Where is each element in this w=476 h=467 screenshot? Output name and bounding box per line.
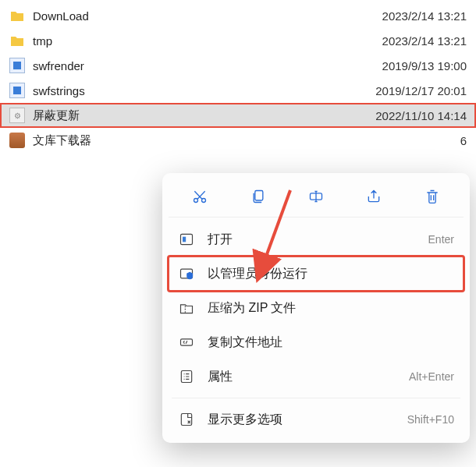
- properties-icon: [178, 368, 195, 385]
- menu-item-copy-path[interactable]: 复制文件地址: [169, 325, 464, 359]
- exe-icon: [9, 83, 25, 98]
- menu-label: 压缩为 ZIP 文件: [208, 300, 454, 317]
- svg-rect-2: [254, 191, 262, 201]
- menu-item-properties[interactable]: 属性 Alt+Enter: [169, 359, 464, 394]
- context-menu-toolbar: [169, 179, 464, 218]
- menu-item-show-more[interactable]: 显示更多选项 Shift+F10: [169, 402, 464, 437]
- menu-label: 以管理员身份运行: [208, 266, 442, 282]
- folder-icon: [9, 8, 25, 23]
- menu-label: 显示更多选项: [208, 412, 395, 428]
- menu-label: 打开: [208, 232, 416, 248]
- cut-button[interactable]: [184, 182, 215, 211]
- file-name: 文库下载器: [33, 133, 453, 148]
- file-list: DownLoad 2023/2/14 13:21 tmp 2023/2/14 1…: [0, 0, 476, 156]
- menu-shortcut: Enter: [428, 233, 454, 246]
- file-row-swfstrings[interactable]: swfstrings 2019/12/17 20:01: [0, 78, 476, 103]
- file-date: 2019/12/17 20:01: [375, 84, 467, 97]
- menu-label: 属性: [208, 369, 396, 385]
- zip-icon: [178, 299, 195, 317]
- file-row-tmp[interactable]: tmp 2023/2/14 13:21: [0, 28, 476, 53]
- file-row-swfrender[interactable]: swfrender 2019/9/13 19:00: [0, 53, 476, 78]
- svg-rect-5: [183, 237, 186, 242]
- file-date: 2022/11/10 14:14: [375, 109, 467, 122]
- file-name: DownLoad: [33, 9, 375, 23]
- open-icon: [178, 231, 195, 248]
- menu-label: 复制文件地址: [208, 334, 454, 351]
- menu-shortcut: Alt+Enter: [409, 370, 454, 383]
- file-name: 屏蔽更新: [33, 108, 368, 123]
- copy-button[interactable]: [243, 182, 274, 211]
- file-name: swfstrings: [33, 84, 368, 97]
- menu-item-open[interactable]: 打开 Enter: [169, 222, 464, 256]
- share-button[interactable]: [358, 182, 389, 211]
- file-date: 2023/2/14 13:21: [382, 9, 467, 23]
- more-options-icon: [178, 411, 195, 428]
- folder-icon: [9, 33, 25, 48]
- svg-point-1: [202, 199, 206, 203]
- menu-item-compress-zip[interactable]: 压缩为 ZIP 文件: [169, 291, 464, 325]
- file-date: 6: [460, 134, 467, 147]
- file-date: 2019/9/13 19:00: [382, 59, 467, 73]
- rename-button[interactable]: [300, 182, 332, 211]
- app-icon: [9, 133, 25, 148]
- file-row-block-update[interactable]: ⚙ 屏蔽更新 2022/11/10 14:14: [0, 103, 476, 128]
- svg-point-0: [194, 199, 198, 203]
- file-name: swfrender: [33, 59, 375, 73]
- file-name: tmp: [33, 34, 375, 48]
- file-row-wenku-downloader[interactable]: 文库下载器 6: [0, 128, 476, 153]
- exe-icon: [9, 58, 25, 73]
- file-date: 2023/2/14 13:21: [382, 34, 467, 48]
- delete-button[interactable]: [417, 182, 448, 211]
- file-row-download[interactable]: DownLoad 2023/2/14 13:21: [0, 3, 476, 28]
- context-menu: 打开 Enter 以管理员身份运行 压缩为 ZIP 文件 复制文件地址 属性 A…: [162, 173, 470, 443]
- batch-icon: ⚙: [9, 108, 25, 123]
- path-icon: [178, 334, 195, 351]
- menu-shortcut: Shift+F10: [407, 413, 454, 426]
- menu-separator: [172, 398, 460, 398]
- admin-shield-icon: [178, 265, 195, 282]
- svg-rect-4: [181, 234, 193, 244]
- menu-item-run-as-admin[interactable]: 以管理员身份运行: [169, 256, 464, 291]
